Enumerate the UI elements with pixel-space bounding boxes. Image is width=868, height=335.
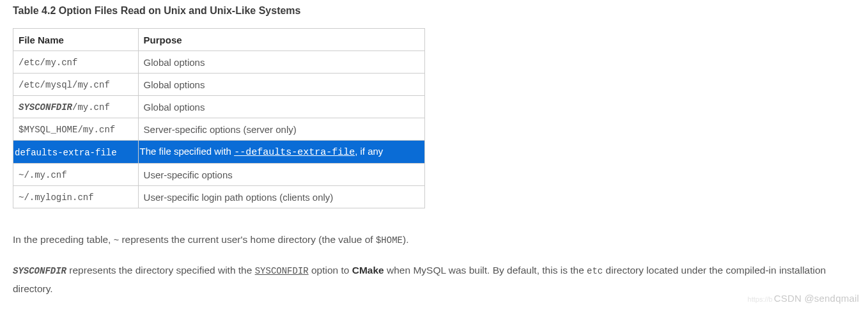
table-header-row: File Name Purpose [13, 29, 425, 51]
table-row-selected: defaults-extra-file The file specified w… [13, 141, 425, 164]
paragraph-home-dir: In the preceding table, ~ represents the… [13, 230, 855, 249]
purpose-cell: Global options [138, 51, 424, 74]
file-name-cell: defaults-extra-file [13, 141, 139, 164]
purpose-cell: User-specific login path options (client… [138, 186, 424, 208]
file-path: $MYSQL_HOME/my.cnf [19, 125, 115, 135]
table-row: $MYSQL_HOME/my.cnf Server-specific optio… [13, 118, 425, 141]
text: ). [403, 234, 408, 245]
table-row: ~/.my.cnf User-specific options [13, 164, 425, 186]
file-name-cell: /etc/my.cnf [13, 51, 139, 74]
table-title: Table 4.2 Option Files Read on Unix and … [13, 5, 855, 17]
table-row: ~/.mylogin.cnf User-specific login path … [13, 186, 425, 208]
text: In the preceding table, [13, 234, 114, 245]
file-name-cell: $MYSQL_HOME/my.cnf [13, 118, 139, 141]
text: represents the directory specified with … [66, 265, 255, 276]
etc-code: etc [587, 266, 603, 276]
defaults-extra-file-link[interactable]: --defaults-extra-file [234, 147, 355, 158]
purpose-cell: User-specific options [138, 164, 424, 186]
table-row: /etc/mysql/my.cnf Global options [13, 74, 425, 96]
file-path: /my.cnf [72, 102, 110, 113]
cmake-bold: CMake [352, 265, 384, 276]
file-name-cell: ~/.my.cnf [13, 164, 139, 186]
header-purpose: Purpose [138, 29, 424, 51]
file-path: ~/.mylogin.cnf [19, 192, 94, 203]
purpose-cell: Global options [138, 74, 424, 96]
file-var: SYSCONFDIR [19, 102, 72, 113]
file-name-cell: SYSCONFDIR/my.cnf [13, 96, 139, 118]
home-code: $HOME [376, 235, 403, 245]
purpose-cell: The file specified with --defaults-extra… [138, 141, 424, 164]
file-path: defaults-extra-file [15, 148, 117, 158]
purpose-cell: Global options [138, 96, 424, 118]
text: represents the current user's home direc… [119, 234, 376, 245]
paragraph-sysconfdir: SYSCONFDIR represents the directory spec… [13, 261, 855, 299]
header-file-name: File Name [13, 29, 139, 51]
purpose-text-a: The file specified with [140, 146, 235, 157]
sysconfdir-link[interactable]: SYSCONFDIR [255, 266, 309, 276]
sysconfdir-italic: SYSCONFDIR [13, 266, 66, 276]
option-files-table: File Name Purpose /etc/my.cnf Global opt… [13, 28, 425, 208]
file-name-cell: ~/.mylogin.cnf [13, 186, 139, 208]
file-path: ~/.my.cnf [19, 170, 67, 180]
file-path: /etc/my.cnf [19, 58, 77, 68]
table-row: /etc/my.cnf Global options [13, 51, 425, 74]
file-name-cell: /etc/mysql/my.cnf [13, 74, 139, 96]
file-path: /etc/mysql/my.cnf [19, 80, 110, 90]
text: option to [309, 265, 352, 276]
tilde-code: ~ [114, 235, 119, 245]
table-row: SYSCONFDIR/my.cnf Global options [13, 96, 425, 118]
purpose-cell: Server-specific options (server only) [138, 118, 424, 141]
text: when MySQL was built. By default, this i… [384, 265, 587, 276]
purpose-text-b: , if any [355, 146, 383, 157]
